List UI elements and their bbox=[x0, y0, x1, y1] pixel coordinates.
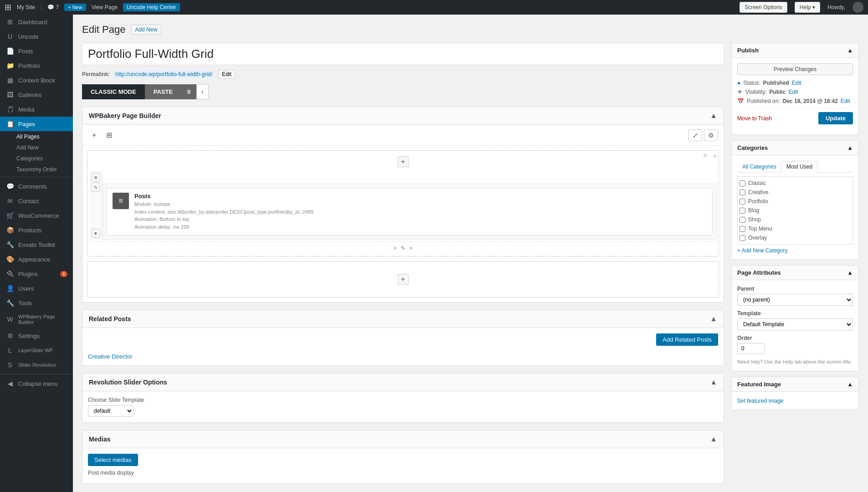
status-edit-link[interactable]: Edit bbox=[792, 80, 801, 86]
medias-toggle-icon[interactable]: ▲ bbox=[710, 435, 717, 443]
sidebar-item-posts[interactable]: 📄 Posts bbox=[0, 44, 73, 58]
row-move-icon[interactable]: ⊕ bbox=[91, 173, 100, 182]
add-new-button[interactable]: Add New bbox=[131, 25, 161, 35]
sidebar-item-galleries[interactable]: 🖼 Galleries bbox=[0, 87, 73, 102]
sidebar-item-wpbakery[interactable]: W WPBakery Page Builder bbox=[0, 310, 73, 328]
preview-changes-button[interactable]: Preview Changes bbox=[737, 63, 853, 75]
submenu-taxonomy-order[interactable]: Taxonomy Order bbox=[0, 164, 73, 175]
revolution-slider-toggle-icon[interactable]: ▲ bbox=[710, 378, 717, 386]
submenu-all-pages[interactable]: All Pages bbox=[0, 131, 73, 142]
category-checkbox-creative[interactable] bbox=[740, 190, 745, 195]
template-row: Template Default Template bbox=[737, 310, 853, 330]
template-select[interactable]: Default Template bbox=[737, 318, 853, 330]
col-delete-button[interactable]: × bbox=[409, 245, 413, 251]
sidebar-item-settings[interactable]: ⚙ Settings bbox=[0, 328, 73, 343]
publish-panel-header[interactable]: Publish ▲ bbox=[732, 43, 858, 58]
visibility-edit-link[interactable]: Edit bbox=[788, 89, 798, 95]
classic-mode-button[interactable]: CLASSIC MODE bbox=[82, 84, 145, 99]
category-checkbox-lateral[interactable] bbox=[740, 244, 745, 245]
permalink-edit-button[interactable]: Edit bbox=[218, 70, 236, 79]
sidebar-item-appearance[interactable]: 🎨 Appearance bbox=[0, 252, 73, 266]
wpbakery-settings-button[interactable]: ⚙ bbox=[704, 129, 718, 141]
permalink-link[interactable]: http://uncode.wp/portfolio-full-width-gr… bbox=[113, 70, 215, 78]
sidebar-item-plugins[interactable]: 🔌 Plugins 6 bbox=[0, 266, 73, 281]
row-expand-icon[interactable]: ▼ bbox=[91, 229, 100, 238]
slide-template-select[interactable]: default bbox=[88, 405, 134, 417]
category-item-lateral: Lateral bbox=[740, 242, 851, 245]
sidebar-item-collapse[interactable]: ◀ Collapse menu bbox=[0, 376, 73, 391]
sidebar-item-products[interactable]: 📦 Products bbox=[0, 223, 73, 237]
publish-toggle-icon[interactable]: ▲ bbox=[847, 47, 853, 54]
wpbakery-add-element-button[interactable]: + bbox=[88, 129, 100, 142]
layerslider-icon: L bbox=[5, 347, 15, 354]
move-to-trash-link[interactable]: Move to Trash bbox=[737, 115, 772, 122]
category-checkbox-portfolio[interactable] bbox=[740, 199, 745, 205]
col-edit-button[interactable]: ✎ bbox=[401, 245, 406, 251]
add-related-posts-button[interactable]: Add Related Posts bbox=[656, 333, 718, 346]
page-attributes-toggle-icon[interactable]: ▲ bbox=[847, 269, 853, 276]
help-button[interactable]: Help ▾ bbox=[795, 2, 820, 13]
category-checkbox-overlay[interactable] bbox=[740, 235, 745, 241]
view-page-link[interactable]: View Page bbox=[92, 4, 118, 10]
active-plugin-link[interactable]: Uncode Help Center bbox=[123, 3, 180, 11]
add-new-category-link[interactable]: + Add New Category bbox=[737, 247, 787, 254]
column-actions: + ✎ × bbox=[89, 241, 717, 254]
order-input[interactable] bbox=[737, 343, 765, 354]
sidebar-item-content-block[interactable]: ▦ Content Block bbox=[0, 73, 73, 87]
sidebar-label-dashboard: Dashboard bbox=[18, 19, 47, 26]
tab-all-categories[interactable]: All Categories bbox=[737, 161, 781, 173]
row-refresh-icon[interactable]: ↻ bbox=[703, 153, 708, 159]
update-button[interactable]: Update bbox=[818, 112, 853, 124]
post-title-input[interactable] bbox=[82, 43, 724, 65]
sidebar-item-comments[interactable]: 💬 Comments bbox=[0, 179, 73, 194]
paste-button[interactable]: PASTE bbox=[145, 84, 181, 99]
submenu-categories[interactable]: Categories bbox=[0, 153, 73, 164]
sidebar-item-contact[interactable]: ✉ Contact bbox=[0, 194, 73, 208]
arrow-button[interactable]: ‹ bbox=[196, 84, 208, 99]
row-close-icon[interactable]: × bbox=[713, 153, 717, 160]
sidebar-item-users[interactable]: 👤 Users bbox=[0, 281, 73, 296]
sidebar-item-uncode[interactable]: U Uncode bbox=[0, 29, 73, 44]
parent-select[interactable]: (no parent) bbox=[737, 294, 853, 306]
sidebar-item-media[interactable]: 🎵 Media bbox=[0, 102, 73, 117]
wpbakery-add-grid-button[interactable]: ⊞ bbox=[102, 128, 116, 142]
set-featured-image-link[interactable]: Set featured image bbox=[737, 398, 783, 404]
featured-image-toggle-icon[interactable]: ▲ bbox=[847, 381, 853, 388]
sidebar-item-dashboard[interactable]: ⊞ Dashboard bbox=[0, 15, 73, 29]
sidebar-item-tools[interactable]: 🔧 Tools bbox=[0, 296, 73, 310]
wpbakery-panel-header[interactable]: WPBakery Page Builder ▲ bbox=[82, 107, 724, 125]
category-checkbox-top-menu[interactable] bbox=[740, 226, 745, 232]
page-attributes-panel: Page Attributes ▲ Parent (no parent) Tem… bbox=[731, 265, 859, 371]
sidebar-item-pages[interactable]: 📋 Pages bbox=[0, 117, 73, 131]
related-posts-header[interactable]: Related Posts ▲ bbox=[82, 310, 724, 328]
submenu-add-new[interactable]: Add New bbox=[0, 142, 73, 153]
featured-image-header[interactable]: Featured Image ▲ bbox=[732, 377, 858, 392]
revolution-slider-header[interactable]: Revolution Slider Options ▲ bbox=[82, 374, 724, 391]
sidebar-item-woocommerce[interactable]: 🛒 WooCommerce bbox=[0, 208, 73, 223]
category-checkbox-blog[interactable] bbox=[740, 208, 745, 214]
category-checkbox-classic[interactable] bbox=[740, 180, 745, 186]
fullscreen-button[interactable]: ⤢ bbox=[688, 129, 702, 141]
medias-header[interactable]: Medias ▲ bbox=[82, 430, 724, 448]
page-attributes-header[interactable]: Page Attributes ▲ bbox=[732, 266, 858, 280]
category-checkbox-shop[interactable] bbox=[740, 217, 745, 223]
row-edit-icon[interactable]: ✎ bbox=[91, 183, 100, 192]
sidebar-item-layerslider[interactable]: L LayerSlider WP bbox=[0, 343, 73, 358]
categories-toggle-icon[interactable]: ▲ bbox=[847, 144, 853, 151]
new-button[interactable]: + New bbox=[64, 4, 86, 11]
published-edit-link[interactable]: Edit bbox=[841, 98, 850, 104]
sidebar-item-portfolio[interactable]: 📁 Portfolio bbox=[0, 58, 73, 73]
count-button[interactable]: 0 bbox=[181, 84, 196, 99]
categories-panel-header[interactable]: Categories ▲ bbox=[732, 141, 858, 155]
sidebar-item-slider-revolution[interactable]: S Slider Revolution bbox=[0, 358, 73, 372]
related-posts-toggle-icon[interactable]: ▲ bbox=[710, 315, 717, 323]
wpbakery-toggle-icon[interactable]: ▲ bbox=[710, 112, 717, 120]
select-medias-button[interactable]: Select medias bbox=[88, 454, 138, 466]
related-post-link[interactable]: Creative Director bbox=[88, 353, 718, 360]
col-add-button[interactable]: + bbox=[393, 245, 397, 251]
sidebar-item-envato[interactable]: 🔧 Envato Toolkit bbox=[0, 237, 73, 252]
add-element-empty-button[interactable]: + bbox=[398, 274, 409, 285]
tab-most-used[interactable]: Most Used bbox=[781, 161, 817, 173]
screen-options-button[interactable]: Screen Options bbox=[740, 2, 787, 13]
add-row-top-button[interactable]: + bbox=[398, 156, 409, 167]
